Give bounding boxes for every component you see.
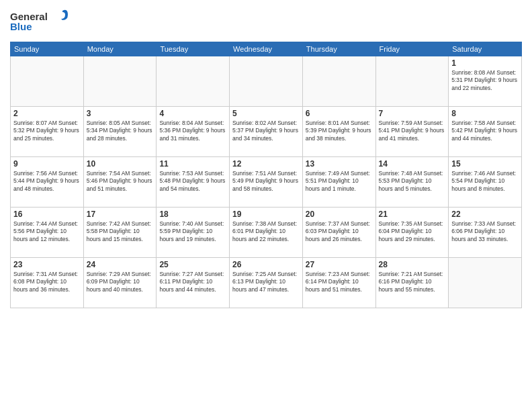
logo: General Blue [10,7,71,36]
day-info: Sunrise: 7:31 AM Sunset: 6:08 PM Dayligh… [13,271,81,293]
day-cell: 25Sunrise: 7:27 AM Sunset: 6:11 PM Dayli… [157,258,230,308]
day-info: Sunrise: 7:29 AM Sunset: 6:09 PM Dayligh… [87,271,154,293]
header: General Blue [10,7,522,36]
day-cell [230,56,303,107]
calendar-table: SundayMondayTuesdayWednesdayThursdayFrid… [10,42,522,308]
day-cell [11,56,84,107]
day-info: Sunrise: 8:08 AM Sunset: 5:31 PM Dayligh… [451,69,519,92]
day-cell: 11Sunrise: 7:53 AM Sunset: 5:48 PM Dayli… [157,157,230,208]
day-info: Sunrise: 8:01 AM Sunset: 5:39 PM Dayligh… [306,120,373,142]
day-info: Sunrise: 8:04 AM Sunset: 5:36 PM Dayligh… [159,120,226,142]
day-cell: 24Sunrise: 7:29 AM Sunset: 6:09 PM Dayli… [83,258,157,308]
day-number: 23 [13,260,81,269]
day-cell: 3Sunrise: 8:05 AM Sunset: 5:34 PM Daylig… [83,107,157,157]
day-number: 7 [379,109,446,118]
day-number: 14 [379,159,446,169]
day-cell [83,56,157,107]
day-info: Sunrise: 8:05 AM Sunset: 5:34 PM Dayligh… [87,120,154,142]
day-number: 3 [87,109,154,118]
day-number: 28 [379,260,446,269]
day-number: 4 [159,109,226,118]
day-cell [302,56,375,107]
day-number: 16 [13,210,81,219]
day-info: Sunrise: 7:49 AM Sunset: 5:51 PM Dayligh… [306,170,373,193]
day-cell: 21Sunrise: 7:35 AM Sunset: 6:04 PM Dayli… [375,208,449,258]
day-cell: 5Sunrise: 8:02 AM Sunset: 5:37 PM Daylig… [230,107,303,157]
day-cell: 10Sunrise: 7:54 AM Sunset: 5:46 PM Dayli… [83,157,157,208]
day-number: 8 [451,109,519,118]
day-cell [157,56,230,107]
day-number: 19 [232,210,300,219]
day-cell: 18Sunrise: 7:40 AM Sunset: 5:59 PM Dayli… [157,208,230,258]
weekday-header-row: SundayMondayTuesdayWednesdayThursdayFrid… [11,42,522,56]
day-cell: 28Sunrise: 7:21 AM Sunset: 6:16 PM Dayli… [375,258,449,308]
day-number: 17 [87,210,154,219]
day-info: Sunrise: 7:51 AM Sunset: 5:49 PM Dayligh… [232,170,300,193]
day-cell [449,258,522,308]
week-row-4: 23Sunrise: 7:31 AM Sunset: 6:08 PM Dayli… [11,258,522,308]
day-cell: 13Sunrise: 7:49 AM Sunset: 5:51 PM Dayli… [302,157,375,208]
day-cell: 15Sunrise: 7:46 AM Sunset: 5:54 PM Dayli… [449,157,522,208]
weekday-monday: Monday [83,42,157,56]
day-info: Sunrise: 7:59 AM Sunset: 5:41 PM Dayligh… [379,120,446,142]
day-cell: 17Sunrise: 7:42 AM Sunset: 5:58 PM Dayli… [83,208,157,258]
weekday-tuesday: Tuesday [157,42,230,56]
day-info: Sunrise: 7:53 AM Sunset: 5:48 PM Dayligh… [159,170,226,193]
day-cell: 23Sunrise: 7:31 AM Sunset: 6:08 PM Dayli… [11,258,84,308]
day-info: Sunrise: 8:07 AM Sunset: 5:32 PM Dayligh… [13,120,81,142]
week-row-3: 16Sunrise: 7:44 AM Sunset: 5:56 PM Dayli… [11,208,522,258]
day-info: Sunrise: 7:25 AM Sunset: 6:13 PM Dayligh… [232,271,300,293]
day-cell: 7Sunrise: 7:59 AM Sunset: 5:41 PM Daylig… [375,107,449,157]
day-cell: 4Sunrise: 8:04 AM Sunset: 5:36 PM Daylig… [157,107,230,157]
day-number: 12 [232,159,300,169]
page: General Blue SundayMondayTuesdayWednesda… [0,0,532,411]
day-cell: 16Sunrise: 7:44 AM Sunset: 5:56 PM Dayli… [11,208,84,258]
day-number: 25 [159,260,226,269]
weekday-sunday: Sunday [11,42,84,56]
day-info: Sunrise: 7:23 AM Sunset: 6:14 PM Dayligh… [306,271,373,293]
day-number: 15 [451,159,519,169]
day-number: 24 [87,260,154,269]
day-cell: 2Sunrise: 8:07 AM Sunset: 5:32 PM Daylig… [11,107,84,157]
day-number: 22 [451,210,519,219]
day-number: 6 [306,109,373,118]
logo-text: General Blue [10,7,71,36]
day-cell: 26Sunrise: 7:25 AM Sunset: 6:13 PM Dayli… [230,258,303,308]
week-row-2: 9Sunrise: 7:56 AM Sunset: 5:44 PM Daylig… [11,157,522,208]
day-cell: 22Sunrise: 7:33 AM Sunset: 6:06 PM Dayli… [449,208,522,258]
day-number: 13 [306,159,373,169]
day-info: Sunrise: 8:02 AM Sunset: 5:37 PM Dayligh… [232,120,300,142]
day-info: Sunrise: 7:54 AM Sunset: 5:46 PM Dayligh… [87,170,154,193]
svg-text:Blue: Blue [10,21,32,32]
day-info: Sunrise: 7:21 AM Sunset: 6:16 PM Dayligh… [379,271,446,293]
weekday-wednesday: Wednesday [230,42,303,56]
day-number: 27 [306,260,373,269]
week-row-1: 2Sunrise: 8:07 AM Sunset: 5:32 PM Daylig… [11,107,522,157]
day-cell: 6Sunrise: 8:01 AM Sunset: 5:39 PM Daylig… [302,107,375,157]
day-info: Sunrise: 7:38 AM Sunset: 6:01 PM Dayligh… [232,220,300,243]
day-cell: 12Sunrise: 7:51 AM Sunset: 5:49 PM Dayli… [230,157,303,208]
day-number: 21 [379,210,446,219]
day-cell: 20Sunrise: 7:37 AM Sunset: 6:03 PM Dayli… [302,208,375,258]
day-cell: 19Sunrise: 7:38 AM Sunset: 6:01 PM Dayli… [230,208,303,258]
day-info: Sunrise: 7:48 AM Sunset: 5:53 PM Dayligh… [379,170,446,193]
week-row-0: 1Sunrise: 8:08 AM Sunset: 5:31 PM Daylig… [11,56,522,107]
day-number: 5 [232,109,300,118]
day-info: Sunrise: 7:27 AM Sunset: 6:11 PM Dayligh… [159,271,226,293]
day-number: 18 [159,210,226,219]
day-number: 9 [13,159,81,169]
day-info: Sunrise: 7:40 AM Sunset: 5:59 PM Dayligh… [159,220,226,243]
day-info: Sunrise: 7:35 AM Sunset: 6:04 PM Dayligh… [379,220,446,243]
weekday-friday: Friday [375,42,449,56]
day-cell: 14Sunrise: 7:48 AM Sunset: 5:53 PM Dayli… [375,157,449,208]
weekday-saturday: Saturday [449,42,522,56]
day-info: Sunrise: 7:58 AM Sunset: 5:42 PM Dayligh… [451,120,519,142]
day-info: Sunrise: 7:37 AM Sunset: 6:03 PM Dayligh… [306,220,373,243]
day-number: 2 [13,109,81,118]
day-number: 26 [232,260,300,269]
day-info: Sunrise: 7:42 AM Sunset: 5:58 PM Dayligh… [87,220,154,243]
day-number: 10 [87,159,154,169]
day-cell: 8Sunrise: 7:58 AM Sunset: 5:42 PM Daylig… [449,107,522,157]
day-cell: 1Sunrise: 8:08 AM Sunset: 5:31 PM Daylig… [449,56,522,107]
day-cell [375,56,449,107]
